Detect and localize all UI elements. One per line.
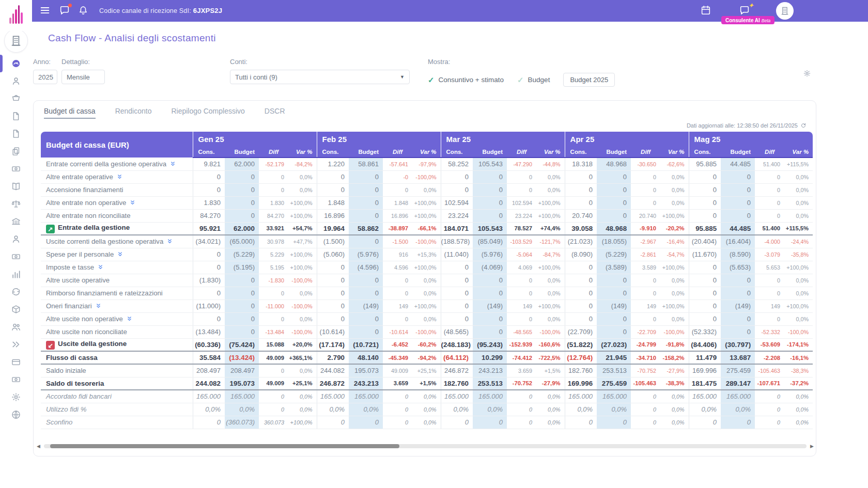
table-cell: 3.659: [383, 377, 412, 390]
sidebar-item-user-2[interactable]: [0, 233, 32, 245]
sidebar-item-user[interactable]: [0, 75, 32, 87]
sidebar-item-cart[interactable]: [0, 93, 32, 104]
sidebar-item-banknote-2[interactable]: [0, 251, 32, 262]
row-label[interactable]: Altre entrate operative: [41, 170, 193, 183]
table-cell: 0: [317, 312, 349, 325]
menu-icon[interactable]: [39, 5, 52, 17]
row-label[interactable]: Spese per il personale: [41, 248, 193, 261]
check-consuntivo[interactable]: ✓Consuntivo + stimato: [428, 75, 504, 85]
calendar-icon[interactable]: [700, 5, 712, 17]
table-cell: (1.500): [317, 235, 349, 248]
table-cell: 0: [441, 312, 473, 325]
sidebar-item-document[interactable]: [0, 111, 32, 122]
table-cell: 244.082: [193, 377, 225, 390]
ai-consultant-icon[interactable]: ✦: [739, 5, 751, 17]
anno-input[interactable]: 2025: [33, 70, 57, 84]
sidebar-item-book[interactable]: [0, 181, 32, 192]
table-cell: 0: [689, 287, 721, 300]
ai-consultant-badge[interactable]: Consulente AIBeta: [721, 16, 774, 24]
expand-chevron-icon[interactable]: [116, 174, 123, 180]
month-header: Apr 25: [565, 132, 689, 146]
sidebar-item-banknote[interactable]: [0, 163, 32, 175]
sidebar-item-bank[interactable]: [0, 216, 32, 227]
budget-year-pill[interactable]: Budget 2025: [563, 73, 615, 87]
expand-chevron-icon[interactable]: [166, 238, 173, 245]
sidebar-item-document-2[interactable]: [0, 128, 32, 139]
table-cell: +15,3%: [412, 248, 441, 261]
tab-budget-di-cassa[interactable]: Budget di cassa: [44, 107, 96, 119]
table-cell: -152.939: [507, 338, 536, 351]
table-cell: 0: [349, 183, 383, 196]
settings-gear-icon[interactable]: [803, 69, 811, 77]
table-cell: 0,0%: [473, 403, 507, 416]
scroll-left-arrow[interactable]: ◀: [37, 444, 40, 449]
refresh-icon[interactable]: [800, 122, 807, 129]
sidebar-item-scales[interactable]: [0, 198, 32, 210]
table-cell: 0,0%: [288, 390, 317, 403]
row-label[interactable]: Imposte e tasse: [41, 261, 193, 274]
scrollbar-thumb[interactable]: [50, 444, 399, 448]
expand-chevron-icon[interactable]: [126, 316, 133, 322]
row-label[interactable]: Entrate correnti della gestione operativ…: [41, 158, 193, 170]
sidebar-item-gear[interactable]: [0, 391, 32, 403]
expand-chevron-icon[interactable]: [117, 251, 123, 258]
table-cell: -37,2%: [784, 377, 813, 390]
sidebar-item-globe[interactable]: [0, 409, 32, 420]
table-cell: -38,3%: [660, 377, 689, 390]
table-cell: 0: [689, 312, 721, 325]
sidebar-item-fast-forward[interactable]: [0, 339, 32, 350]
table-cell: +25,1%: [412, 364, 441, 377]
conti-select[interactable]: Tutti i conti (9) ▼: [230, 70, 410, 84]
tab-rendiconto[interactable]: Rendiconto: [115, 107, 152, 119]
sidebar-item-documents[interactable]: [0, 146, 32, 157]
table-cell: (51.822): [565, 338, 597, 351]
company-avatar[interactable]: [776, 2, 794, 20]
table-cell: 0: [689, 261, 721, 274]
table-cell: 20.740: [565, 209, 597, 222]
tab-riepilogo-complessivo[interactable]: Riepilogo Complessivo: [171, 107, 244, 119]
book-icon: [11, 181, 21, 192]
scroll-right-arrow[interactable]: ▶: [810, 444, 814, 449]
table-cell: -105.463: [631, 377, 660, 390]
sidebar-item-wallet[interactable]: [0, 356, 32, 368]
scrollbar-track[interactable]: [44, 444, 807, 448]
tab-dscr[interactable]: DSCR: [265, 107, 285, 119]
table-cell: -27,9%: [660, 364, 689, 377]
row-label[interactable]: Oneri finanziari: [41, 300, 193, 312]
table-cell: (65.000): [225, 235, 259, 248]
table-row: Sconfino0(360.073)360.073+100,0%0000,0%0…: [41, 416, 813, 429]
sidebar-item-banknote-3[interactable]: [0, 374, 32, 385]
table-cell: 49.009: [259, 351, 288, 364]
check-budget[interactable]: ✓Budget: [517, 75, 550, 85]
sidebar-item-box[interactable]: [0, 304, 32, 315]
table-cell: 165.000: [689, 390, 721, 403]
table-cell: 243.213: [473, 364, 507, 377]
dettaglio-input[interactable]: Mensile: [61, 70, 105, 84]
table-cell: 102.594: [507, 196, 536, 209]
subheader-bud: Budget: [349, 146, 383, 158]
table-row: Altre entrate operative0000,0%00-0-100,0…: [41, 170, 813, 183]
sdi-code-text: Codice canale di ricezione SdI:6JXPS2J: [99, 7, 222, 14]
company-logo-circle[interactable]: [4, 29, 28, 53]
row-label[interactable]: Altre entrate non operative: [41, 196, 193, 209]
sidebar-item-bar-chart[interactable]: [0, 269, 32, 280]
expand-chevron-icon[interactable]: [129, 199, 136, 206]
table-cell: 11.479: [689, 351, 721, 364]
table-cell: 184.071: [441, 222, 473, 235]
table-cell: 0,0%: [660, 390, 689, 403]
table-cell: 16.896: [383, 209, 412, 222]
subheader-cons: Cons.: [441, 146, 473, 158]
expand-chevron-icon[interactable]: [169, 161, 176, 167]
sidebar-item-dashboard[interactable]: [0, 58, 32, 69]
bell-icon[interactable]: [78, 5, 90, 17]
row-label[interactable]: Uscite correnti della gestione operativa: [41, 235, 193, 248]
sidebar-item-users[interactable]: [0, 321, 32, 333]
table-cell: 0,0%: [784, 183, 813, 196]
table-cell: 95.885: [689, 222, 721, 235]
expand-chevron-icon[interactable]: [97, 264, 104, 271]
row-label[interactable]: Altre uscite non operative: [41, 312, 193, 325]
table-cell: 48.140: [349, 351, 383, 364]
chat-icon[interactable]: [59, 5, 71, 17]
sidebar-item-sync[interactable]: [0, 286, 32, 297]
expand-chevron-icon[interactable]: [95, 303, 102, 309]
